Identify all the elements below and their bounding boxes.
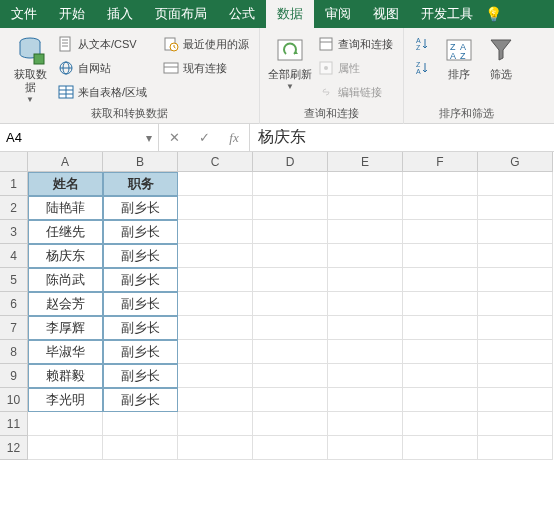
cell-F12[interactable] <box>403 436 478 460</box>
tab-view[interactable]: 视图 <box>362 0 410 28</box>
cell-A5[interactable]: 陈尚武 <box>28 268 103 292</box>
cell-F2[interactable] <box>403 196 478 220</box>
cancel-button[interactable]: ✕ <box>159 130 189 145</box>
cell-E11[interactable] <box>328 412 403 436</box>
cell-F3[interactable] <box>403 220 478 244</box>
cell-D4[interactable] <box>253 244 328 268</box>
cell-A2[interactable]: 陆艳菲 <box>28 196 103 220</box>
tab-data[interactable]: 数据 <box>266 0 314 28</box>
cell-F8[interactable] <box>403 340 478 364</box>
cell-B1[interactable]: 职务 <box>103 172 178 196</box>
cell-C1[interactable] <box>178 172 253 196</box>
cell-E9[interactable] <box>328 364 403 388</box>
cell-C5[interactable] <box>178 268 253 292</box>
cell-C4[interactable] <box>178 244 253 268</box>
cell-C9[interactable] <box>178 364 253 388</box>
cell-G12[interactable] <box>478 436 553 460</box>
row-head-12[interactable]: 12 <box>0 436 28 460</box>
cell-G8[interactable] <box>478 340 553 364</box>
sort-desc-button[interactable]: ZA <box>410 57 438 79</box>
cell-G7[interactable] <box>478 316 553 340</box>
from-text-csv-button[interactable]: 从文本/CSV <box>54 33 151 55</box>
cell-B6[interactable]: 副乡长 <box>103 292 178 316</box>
cell-D10[interactable] <box>253 388 328 412</box>
cell-A10[interactable]: 李光明 <box>28 388 103 412</box>
cell-B7[interactable]: 副乡长 <box>103 316 178 340</box>
fx-button[interactable]: fx <box>219 130 249 146</box>
from-web-button[interactable]: 自网站 <box>54 57 151 79</box>
cell-E4[interactable] <box>328 244 403 268</box>
cell-B5[interactable]: 副乡长 <box>103 268 178 292</box>
col-head-C[interactable]: C <box>178 152 253 172</box>
col-head-F[interactable]: F <box>403 152 478 172</box>
cell-E7[interactable] <box>328 316 403 340</box>
cell-D9[interactable] <box>253 364 328 388</box>
col-head-B[interactable]: B <box>103 152 178 172</box>
cell-B9[interactable]: 副乡长 <box>103 364 178 388</box>
filter-button[interactable]: 筛选 <box>480 30 522 81</box>
cell-C3[interactable] <box>178 220 253 244</box>
cell-G2[interactable] <box>478 196 553 220</box>
cell-C6[interactable] <box>178 292 253 316</box>
row-head-8[interactable]: 8 <box>0 340 28 364</box>
cell-D6[interactable] <box>253 292 328 316</box>
cell-C7[interactable] <box>178 316 253 340</box>
col-head-A[interactable]: A <box>28 152 103 172</box>
row-head-11[interactable]: 11 <box>0 412 28 436</box>
name-box[interactable] <box>0 125 140 151</box>
cell-G10[interactable] <box>478 388 553 412</box>
row-head-10[interactable]: 10 <box>0 388 28 412</box>
cell-E8[interactable] <box>328 340 403 364</box>
cell-C2[interactable] <box>178 196 253 220</box>
cell-E5[interactable] <box>328 268 403 292</box>
row-head-6[interactable]: 6 <box>0 292 28 316</box>
cell-A12[interactable] <box>28 436 103 460</box>
formula-input[interactable] <box>258 129 546 147</box>
cell-F6[interactable] <box>403 292 478 316</box>
cell-E10[interactable] <box>328 388 403 412</box>
cell-B3[interactable]: 副乡长 <box>103 220 178 244</box>
cell-E1[interactable] <box>328 172 403 196</box>
cell-F11[interactable] <box>403 412 478 436</box>
from-table-button[interactable]: 来自表格/区域 <box>54 81 151 103</box>
properties-button[interactable]: 属性 <box>314 57 397 79</box>
row-head-2[interactable]: 2 <box>0 196 28 220</box>
cell-B2[interactable]: 副乡长 <box>103 196 178 220</box>
cell-C10[interactable] <box>178 388 253 412</box>
row-head-9[interactable]: 9 <box>0 364 28 388</box>
col-head-G[interactable]: G <box>478 152 553 172</box>
row-head-5[interactable]: 5 <box>0 268 28 292</box>
cell-C8[interactable] <box>178 340 253 364</box>
cell-A3[interactable]: 任继先 <box>28 220 103 244</box>
cell-D7[interactable] <box>253 316 328 340</box>
cell-D12[interactable] <box>253 436 328 460</box>
get-data-button[interactable]: 获取数 据 ▼ <box>6 30 54 104</box>
queries-connections-button[interactable]: 查询和连接 <box>314 33 397 55</box>
cell-A6[interactable]: 赵会芳 <box>28 292 103 316</box>
cell-F1[interactable] <box>403 172 478 196</box>
row-head-1[interactable]: 1 <box>0 172 28 196</box>
sort-button[interactable]: ZAAZ 排序 <box>438 30 480 81</box>
cell-D5[interactable] <box>253 268 328 292</box>
cell-A11[interactable] <box>28 412 103 436</box>
cell-F5[interactable] <box>403 268 478 292</box>
tab-developer[interactable]: 开发工具 <box>410 0 484 28</box>
name-box-dropdown[interactable]: ▾ <box>140 131 158 145</box>
cell-D11[interactable] <box>253 412 328 436</box>
row-head-4[interactable]: 4 <box>0 244 28 268</box>
cell-B11[interactable] <box>103 412 178 436</box>
recent-sources-button[interactable]: 最近使用的源 <box>159 33 253 55</box>
cell-G6[interactable] <box>478 292 553 316</box>
sort-asc-button[interactable]: AZ <box>410 33 438 55</box>
cell-A4[interactable]: 杨庆东 <box>28 244 103 268</box>
col-head-E[interactable]: E <box>328 152 403 172</box>
cell-B8[interactable]: 副乡长 <box>103 340 178 364</box>
cell-B4[interactable]: 副乡长 <box>103 244 178 268</box>
cell-F4[interactable] <box>403 244 478 268</box>
tab-formulas[interactable]: 公式 <box>218 0 266 28</box>
row-head-3[interactable]: 3 <box>0 220 28 244</box>
row-head-7[interactable]: 7 <box>0 316 28 340</box>
cell-C12[interactable] <box>178 436 253 460</box>
cell-F10[interactable] <box>403 388 478 412</box>
tab-file[interactable]: 文件 <box>0 0 48 28</box>
